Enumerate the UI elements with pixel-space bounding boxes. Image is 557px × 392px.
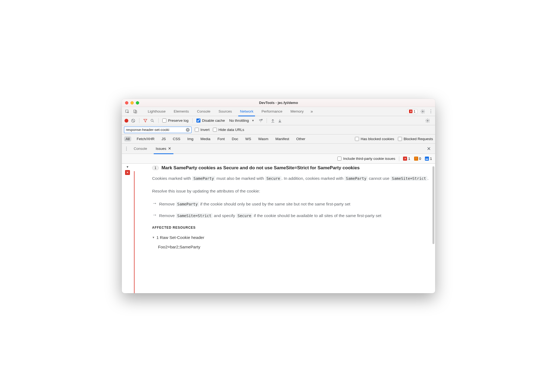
- type-all[interactable]: All: [124, 136, 131, 141]
- tab-performance[interactable]: Performance: [258, 107, 286, 116]
- type-media[interactable]: Media: [199, 136, 212, 141]
- svg-point-7: [261, 119, 262, 120]
- tab-lighthouse[interactable]: Lighthouse: [144, 107, 169, 116]
- error-count: 1: [414, 110, 415, 113]
- affected-resources-heading: AFFECTED RESOURCES: [152, 225, 429, 231]
- issue-title: Mark SameParty cookies as Secure and do …: [162, 165, 360, 171]
- issue-bullet-1: → Remove SameParty if the cookie should …: [152, 200, 429, 208]
- issues-options-bar: Include third-party cookie issues ✕1 !0 …: [122, 154, 435, 164]
- error-counter[interactable]: ✕ 1: [407, 109, 417, 114]
- info-icon: ▬: [425, 157, 429, 161]
- issue-bullet-2: → Remove SameSite=Strict and specify Sec…: [152, 212, 429, 219]
- type-fetchxhr[interactable]: Fetch/XHR: [135, 136, 156, 141]
- preserve-log-checkbox[interactable]: Preserve log: [162, 119, 189, 123]
- download-har-icon[interactable]: [278, 119, 282, 123]
- tab-sources[interactable]: Sources: [215, 107, 236, 116]
- drawer-tab-console[interactable]: Console: [130, 144, 151, 154]
- issues-content: ▼ ✕ 1 Mark SameParty cookies as Secure a…: [122, 164, 435, 293]
- svg-point-8: [427, 120, 428, 121]
- issues-info-badge[interactable]: ▬1: [425, 157, 432, 161]
- collapse-icon[interactable]: ▼: [126, 165, 129, 168]
- upload-har-icon[interactable]: [271, 119, 275, 123]
- tab-console[interactable]: Console: [193, 107, 214, 116]
- expand-icon: ▼: [152, 235, 155, 240]
- tab-memory[interactable]: Memory: [287, 107, 307, 116]
- issue-body: 1 Mark SameParty cookies as Secure and d…: [133, 164, 435, 293]
- device-toggle-icon[interactable]: [132, 108, 139, 115]
- devtools-window: DevTools - jec.fyi/demo Lighthouse Eleme…: [122, 99, 435, 293]
- error-icon: ✕: [409, 110, 412, 113]
- type-js[interactable]: JS: [160, 136, 167, 141]
- filter-icon[interactable]: [143, 119, 147, 123]
- throttling-select[interactable]: No throttling ▼: [228, 119, 256, 123]
- type-wasm[interactable]: Wasm: [257, 136, 270, 141]
- tab-network[interactable]: Network: [236, 107, 257, 116]
- close-tab-icon[interactable]: ✕: [168, 147, 171, 151]
- tabs-overflow-icon[interactable]: »: [308, 108, 316, 115]
- network-settings-icon[interactable]: [424, 117, 431, 124]
- dropdown-icon: ▼: [251, 119, 254, 122]
- type-doc[interactable]: Doc: [230, 136, 240, 141]
- drawer-more-icon[interactable]: ⋮: [124, 146, 129, 151]
- issues-error-badge[interactable]: ✕1: [403, 157, 410, 161]
- more-menu-button[interactable]: ⋮: [428, 109, 434, 114]
- issue-paragraph-2: Resolve this issue by updating the attri…: [152, 187, 429, 195]
- filter-input[interactable]: response-header-set-cooki ✕: [124, 127, 192, 133]
- warning-icon: !: [414, 157, 418, 161]
- type-font[interactable]: Font: [216, 136, 226, 141]
- issue-rail: ▼ ✕: [122, 164, 133, 293]
- error-icon: ✕: [403, 157, 407, 161]
- search-icon[interactable]: [150, 119, 155, 123]
- type-ws[interactable]: WS: [244, 136, 253, 141]
- has-blocked-cookies-checkbox[interactable]: Has blocked cookies: [355, 137, 394, 141]
- blocked-requests-checkbox[interactable]: Blocked Requests: [398, 137, 433, 141]
- svg-point-3: [422, 111, 424, 112]
- network-conditions-icon[interactable]: [259, 119, 263, 123]
- affected-resource-row[interactable]: ▼ 1 Raw Set-Cookie header: [152, 234, 429, 241]
- inspect-element-icon[interactable]: [123, 108, 131, 115]
- close-drawer-icon[interactable]: ✕: [425, 146, 433, 152]
- clear-icon[interactable]: [131, 119, 135, 123]
- type-css[interactable]: CSS: [171, 136, 182, 141]
- svg-point-6: [260, 121, 261, 122]
- arrow-icon: →: [152, 212, 157, 219]
- clear-filter-icon[interactable]: ✕: [186, 128, 190, 132]
- settings-button[interactable]: [419, 108, 427, 115]
- arrow-icon: →: [152, 200, 157, 208]
- issues-warning-badge[interactable]: !0: [414, 157, 421, 161]
- type-img[interactable]: Img: [186, 136, 195, 141]
- svg-point-5: [151, 119, 153, 121]
- svg-rect-1: [134, 110, 136, 113]
- type-other[interactable]: Other: [294, 136, 307, 141]
- drawer-tab-issues[interactable]: Issues✕: [152, 144, 175, 154]
- window-title: DevTools - jec.fyi/demo: [122, 101, 435, 105]
- network-toolbar: Preserve log Disable cache No throttling…: [122, 116, 435, 125]
- drawer-tabstrip: ⋮ Console Issues✕ ✕: [122, 144, 435, 154]
- resource-type-bar: All Fetch/XHR JS CSS Img Media Font Doc …: [122, 134, 435, 144]
- issue-count-pill: 1: [152, 166, 159, 170]
- invert-checkbox[interactable]: Invert: [195, 128, 210, 132]
- record-button[interactable]: [125, 119, 128, 123]
- hide-data-urls-checkbox[interactable]: Hide data URLs: [213, 128, 244, 132]
- titlebar: DevTools - jec.fyi/demo: [122, 99, 435, 107]
- error-icon: ✕: [125, 170, 130, 175]
- disable-cache-checkbox[interactable]: Disable cache: [196, 119, 225, 123]
- network-filterbar: response-header-set-cooki ✕ Invert Hide …: [122, 125, 435, 134]
- include-third-party-checkbox[interactable]: Include third-party cookie issues: [337, 157, 395, 161]
- tab-elements[interactable]: Elements: [170, 107, 193, 116]
- affected-resource-value: Foo2=bar2;SameParty: [158, 243, 429, 251]
- type-manifest[interactable]: Manifest: [274, 136, 291, 141]
- main-tabstrip: Lighthouse Elements Console Sources Netw…: [122, 107, 435, 116]
- issue-severity-line: [134, 171, 135, 293]
- issue-paragraph-1: Cookies marked with SameParty must also …: [152, 174, 429, 182]
